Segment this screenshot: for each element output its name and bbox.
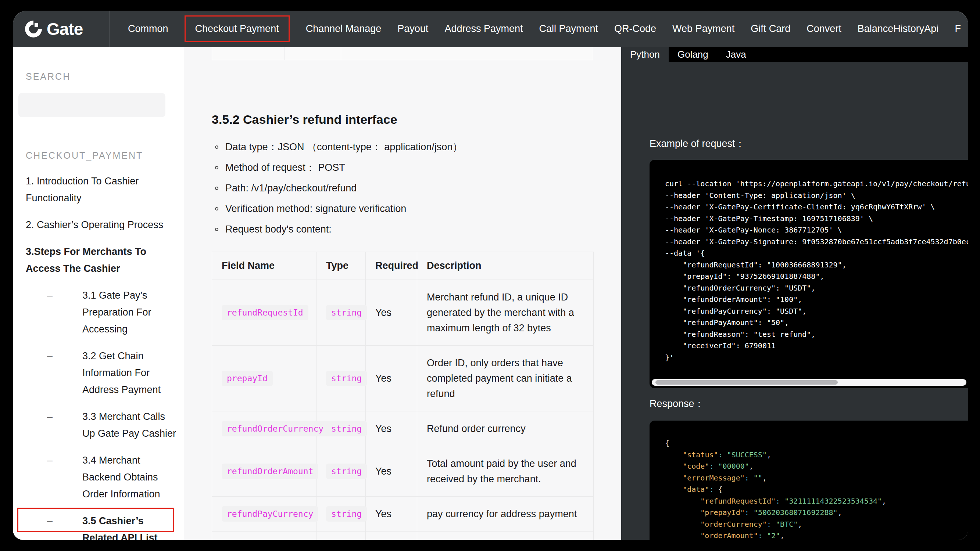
type-cell: string	[317, 280, 366, 346]
field-name-pill: refundOrderAmount	[222, 464, 318, 479]
tab-golang[interactable]: Golang	[669, 47, 717, 62]
type-cell: string	[317, 497, 366, 532]
sidebar-item-3-3-merchant-calls-up-gate-pay-cashier[interactable]: –3.3 Merchant Calls Up Gate Pay Cashier	[26, 408, 178, 442]
spec-bullet: Verification method: signature verificat…	[212, 203, 621, 214]
response-label: Response：	[649, 397, 968, 410]
field-name-cell: refundPayCurrency	[212, 497, 317, 532]
table-header-row: Field NameTypeRequiredDescription	[212, 252, 593, 280]
response-code-block: { "status": "SUCCESS", "code": "00000", …	[649, 421, 968, 540]
nav-item-qr-code[interactable]: QR-Code	[614, 23, 656, 35]
table-row-refundorderamount: refundOrderAmountstringYesTotal amount p…	[212, 446, 593, 497]
scrollbar-thumb[interactable]	[655, 380, 838, 384]
type-cell: string	[317, 532, 366, 540]
language-tabs: PythonGolangJava	[621, 47, 968, 62]
nav-item-balancehistoryapi[interactable]: BalanceHistoryApi	[858, 23, 939, 35]
required-cell: Yes	[366, 411, 417, 446]
spec-bullet: Path: /v1/pay/checkout/refund	[212, 183, 621, 194]
spec-bullet: Request body's content:	[212, 224, 621, 235]
bullet-circle-icon	[215, 228, 218, 231]
page-title: 3.5.2 Cashier’s refund interface	[212, 113, 621, 127]
search-label: SEARCH	[26, 71, 184, 82]
sidebar-item-3-4-merchant-backend-obtains-order-information[interactable]: –3.4 Merchant Backend Obtains Order Info…	[26, 452, 178, 502]
type-cell: string	[317, 446, 366, 497]
table-row-refundordercurrency: refundOrderCurrencystringYesRefund order…	[212, 411, 593, 446]
sidebar-item-3-5-cashier-s-related-api-list[interactable]: –3.5 Cashier’s Related API List	[26, 513, 178, 540]
list-dash-marker: –	[47, 348, 52, 364]
type-pill: string	[326, 305, 367, 320]
type-cell: string	[317, 346, 366, 411]
description-cell: The refunded amount that remains on-chai…	[417, 532, 593, 540]
spec-bullet: Data type：JSON （content-type： applicatio…	[212, 141, 621, 152]
sidebar-item-2-cashier-s-operating-process[interactable]: 2. Cashier’s Operating Process	[26, 216, 178, 233]
nav-item-checkout-payment[interactable]: Checkout Payment	[185, 16, 290, 42]
list-dash-marker: –	[47, 408, 52, 425]
type-pill: string	[326, 371, 367, 386]
list-dash-marker: –	[47, 513, 52, 529]
nav-item-address-payment[interactable]: Address Payment	[444, 23, 523, 35]
field-name-cell: refundPayAmount	[212, 532, 317, 540]
nav-item-f[interactable]: F	[955, 23, 961, 35]
list-dash-marker: –	[47, 287, 52, 304]
nav-item-call-payment[interactable]: Call Payment	[539, 23, 598, 35]
field-name-cell: refundRequestId	[212, 280, 317, 346]
required-cell: Yes	[366, 446, 417, 497]
type-pill: string	[326, 421, 367, 437]
description-cell: Order ID, only orders that have complete…	[417, 346, 593, 411]
field-name-pill: refundPayCurrency	[222, 506, 318, 522]
field-name-cell: refundOrderAmount	[212, 446, 317, 497]
bullet-circle-icon	[215, 207, 218, 211]
gate-logo-icon	[24, 19, 43, 38]
sidebar-item-3-steps-for-merchants-to-access-the-cashier[interactable]: 3.Steps For Merchants To Access The Cash…	[26, 243, 178, 277]
request-example-label: Example of request：	[649, 137, 968, 150]
table-row-refundpayamount: refundPayAmountstringYesThe refunded amo…	[212, 532, 593, 540]
field-name-pill: prepayId	[222, 371, 273, 386]
spec-bullet: Method of request： POST	[212, 162, 621, 173]
column-header-field-name: Field Name	[212, 252, 317, 280]
code-panel: PythonGolangJava Example of request： cur…	[621, 47, 968, 540]
request-params-table: Field NameTypeRequiredDescription refund…	[212, 252, 593, 540]
column-header-required: Required	[366, 252, 417, 280]
app-window: Gate CommonCheckout PaymentChannel Manag…	[13, 11, 968, 540]
tab-python[interactable]: Python	[621, 47, 669, 62]
description-cell: pay currency for address payment	[417, 497, 593, 532]
tab-java[interactable]: Java	[717, 47, 755, 62]
column-header-description: Description	[417, 252, 593, 280]
description-cell: Merchant refund ID, a unique ID generate…	[417, 280, 593, 346]
field-name-pill: refundOrderCurrency	[222, 421, 329, 437]
type-pill: string	[326, 506, 367, 522]
description-cell: Total amount paid by the user and receiv…	[417, 446, 593, 497]
field-name-cell: prepayId	[212, 346, 317, 411]
search-input[interactable]	[18, 93, 165, 117]
required-cell: Yes	[366, 280, 417, 346]
response-code: { "status": "SUCCESS", "code": "00000", …	[665, 438, 968, 540]
bullet-circle-icon	[215, 146, 218, 149]
nav-item-web-payment[interactable]: Web Payment	[672, 23, 735, 35]
sidebar-section-label: CHECKOUT_PAYMENT	[26, 150, 184, 161]
sidebar-item-1-introduction-to-cashier-functionality[interactable]: 1. Introduction To Cashier Functionality	[26, 173, 178, 206]
required-cell: Yes	[366, 346, 417, 411]
nav-item-convert[interactable]: Convert	[807, 23, 842, 35]
logo-text: Gate	[47, 19, 83, 39]
sidebar-item-3-1-gate-pay-s-preparation-for-accessing[interactable]: –3.1 Gate Pay’s Preparation For Accessin…	[26, 287, 178, 338]
table-row-prepayid: prepayIdstringYesOrder ID, only orders t…	[212, 346, 593, 411]
nav-item-channel-manage[interactable]: Channel Manage	[306, 23, 382, 35]
nav-item-common[interactable]: Common	[128, 23, 169, 35]
main-content: 3.5.2 Cashier’s refund interface Data ty…	[184, 47, 621, 540]
logo[interactable]: Gate	[13, 11, 110, 47]
spec-bullet-list: Data type：JSON （content-type： applicatio…	[212, 141, 621, 235]
nav-item-payout[interactable]: Payout	[398, 23, 428, 35]
request-code: curl --location 'https://openplatform.ga…	[665, 178, 968, 363]
nav-menu: CommonCheckout PaymentChannel ManagePayo…	[128, 11, 968, 47]
previous-table-remnant	[212, 47, 593, 60]
sidebar-item-3-2-get-chain-information-for-address-payment[interactable]: –3.2 Get Chain Information For Address P…	[26, 348, 178, 398]
horizontal-scrollbar[interactable]	[652, 379, 966, 386]
request-code-block: curl --location 'https://openplatform.ga…	[649, 160, 968, 388]
bullet-circle-icon	[215, 166, 218, 169]
bullet-circle-icon	[215, 187, 218, 190]
required-cell: Yes	[366, 497, 417, 532]
sidebar-toc: 1. Introduction To Cashier Functionality…	[18, 173, 184, 540]
nav-item-gift-card[interactable]: Gift Card	[751, 23, 790, 35]
field-name-pill: refundRequestId	[222, 305, 309, 320]
sidebar: SEARCH CHECKOUT_PAYMENT 1. Introduction …	[13, 47, 184, 540]
required-cell: Yes	[366, 532, 417, 540]
